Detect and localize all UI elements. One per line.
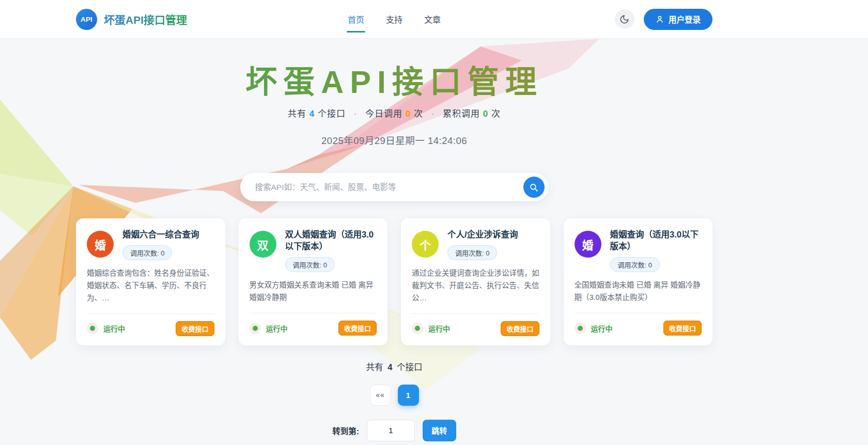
status-label: 运行中 <box>103 323 125 333</box>
card-divider <box>250 313 377 313</box>
status-indicator: 运行中 <box>575 323 613 334</box>
top-navbar: API 坏蛋API接口管理 首页 支持 文章 用户登录 <box>0 0 868 39</box>
api-title: 婚姻六合一综合查询 <box>122 229 199 241</box>
api-title: 双人婚姻查询（适用3.0以下版本） <box>285 229 377 252</box>
jump-label: 转到第: <box>332 425 359 436</box>
pagination: «« 1 <box>76 385 712 406</box>
api-avatar: 个 <box>412 231 439 258</box>
page-jump-row: 转到第: 跳转 <box>76 420 712 441</box>
api-avatar: 婚 <box>87 231 114 258</box>
api-card-grid: 婚 婚姻六合一综合查询 调用次数: 0 婚姻综合查询包含：姓名身份证验证、婚姻状… <box>76 218 712 345</box>
api-description: 通过企业关键词查询企业涉讼详情，如裁判文书、开庭公告、执行公告、失信公… <box>412 267 539 305</box>
datetime-display: 2025年09月29日星期一 14:24:06 <box>76 133 712 147</box>
dark-mode-toggle[interactable] <box>615 9 634 29</box>
status-dot <box>90 326 95 331</box>
nav-item-home[interactable]: 首页 <box>347 10 365 28</box>
api-title: 个人/企业涉诉查询 <box>447 229 518 241</box>
status-dot-halo <box>412 323 423 334</box>
moon-icon <box>619 14 629 24</box>
hero-stats: 共有 4 个接口 · 今日调用 0 次 · 累积调用 0 次 <box>76 106 712 119</box>
status-indicator: 运行中 <box>250 323 288 334</box>
status-dot-halo <box>250 323 261 334</box>
today-call-count: 0 <box>406 109 411 119</box>
page-title: 坏蛋API接口管理 <box>76 66 712 99</box>
api-card[interactable]: 婚 婚姻查询（适用3.0以下版本） 调用次数: 0 全国婚姻查询未婚 已婚 离异… <box>564 218 713 345</box>
search-icon <box>529 183 538 192</box>
api-description: 全国婚姻查询未婚 已婚 离异 婚姻冷静期（3.0版本禁止购买） <box>575 279 702 304</box>
total-count-text: 共有 4 个接口 <box>76 360 712 373</box>
status-dot <box>578 326 583 331</box>
status-dot <box>415 326 420 331</box>
call-count-badge: 调用次数: 0 <box>285 257 335 272</box>
api-description: 婚姻综合查询包含：姓名身份证验证、婚姻状态、名下车辆、学历、不良行为、… <box>87 267 214 305</box>
search-input[interactable] <box>240 173 549 201</box>
api-count: 4 <box>309 109 315 119</box>
card-divider <box>412 313 539 314</box>
status-indicator: 运行中 <box>412 323 450 334</box>
nav-item-articles[interactable]: 文章 <box>423 10 442 28</box>
paid-api-badge: 收费接口 <box>663 321 702 336</box>
total-count-number: 4 <box>388 362 392 372</box>
main-nav: 首页 支持 文章 <box>347 10 442 28</box>
jump-page-input[interactable] <box>367 420 415 441</box>
card-divider <box>575 313 702 313</box>
paid-api-badge: 收费接口 <box>338 321 377 336</box>
logo-icon: API <box>76 9 97 30</box>
status-label: 运行中 <box>428 323 450 333</box>
api-avatar: 婚 <box>575 231 601 258</box>
status-dot <box>253 326 258 331</box>
paid-api-badge: 收费接口 <box>501 321 539 336</box>
call-count-badge: 调用次数: 0 <box>447 245 497 260</box>
nav-item-support[interactable]: 支持 <box>385 10 404 28</box>
api-card[interactable]: 婚 婚姻六合一综合查询 调用次数: 0 婚姻综合查询包含：姓名身份证验证、婚姻状… <box>76 218 225 345</box>
login-label: 用户登录 <box>669 13 701 25</box>
api-card[interactable]: 个 个人/企业涉诉查询 调用次数: 0 通过企业关键词查询企业涉讼详情，如裁判文… <box>401 218 550 345</box>
main-area: 坏蛋API接口管理 共有 4 个接口 · 今日调用 0 次 · 累积调用 0 次… <box>0 39 868 445</box>
login-button[interactable]: 用户登录 <box>644 9 712 30</box>
api-card[interactable]: 双 双人婚姻查询（适用3.0以下版本） 调用次数: 0 男女双方婚姻关系查询未婚… <box>239 218 388 345</box>
status-dot-halo <box>575 323 586 334</box>
paid-api-badge: 收费接口 <box>176 321 214 336</box>
status-label: 运行中 <box>266 323 288 333</box>
card-divider <box>87 313 214 314</box>
call-count-badge: 调用次数: 0 <box>610 257 660 272</box>
first-page-button[interactable]: «« <box>370 385 391 406</box>
api-avatar: 双 <box>250 231 276 258</box>
search-bar <box>240 173 549 201</box>
api-description: 男女双方婚姻关系查询未婚 已婚 离异 婚姻冷静期 <box>250 279 377 304</box>
brand-title: 坏蛋API接口管理 <box>104 11 187 27</box>
status-indicator: 运行中 <box>87 323 125 334</box>
search-button[interactable] <box>523 177 545 198</box>
status-dot-halo <box>87 323 98 334</box>
brand-link[interactable]: API 坏蛋API接口管理 <box>76 9 187 30</box>
user-icon <box>656 15 664 23</box>
jump-button[interactable]: 跳转 <box>423 420 456 441</box>
api-title: 婚姻查询（适用3.0以下版本） <box>610 229 702 252</box>
status-label: 运行中 <box>591 323 613 333</box>
page-button-1[interactable]: 1 <box>398 385 419 406</box>
call-count-badge: 调用次数: 0 <box>122 245 172 260</box>
cumulative-call-count: 0 <box>483 109 488 119</box>
